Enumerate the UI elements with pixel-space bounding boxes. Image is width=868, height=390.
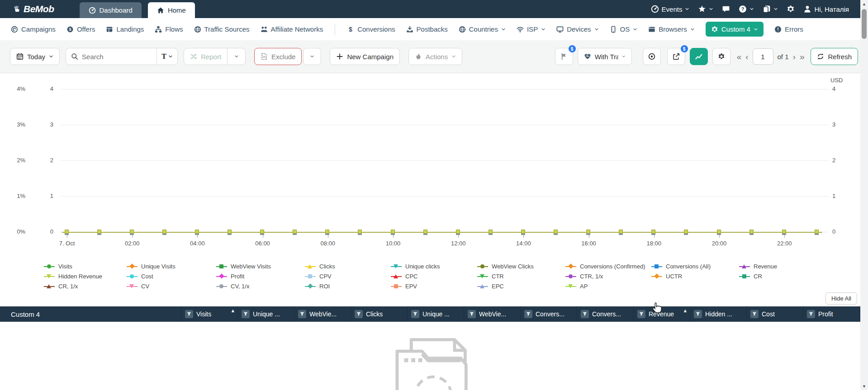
- legend-item[interactable]: CV, 1/x: [216, 281, 305, 291]
- refresh-button[interactable]: Refresh: [811, 48, 858, 65]
- table-column-hidden[interactable]: Hidden ...: [690, 306, 746, 322]
- tab-home[interactable]: Home: [148, 2, 195, 18]
- legend-item[interactable]: CR: [739, 271, 811, 281]
- bemob-logo[interactable]: BeMob: [0, 0, 62, 18]
- vertical-scrollbar[interactable]: ▲ ▼: [860, 0, 868, 390]
- legend-item[interactable]: WebView Visits: [216, 261, 305, 271]
- nav-item-devices[interactable]: Devices: [556, 25, 598, 33]
- filter-funnel-icon[interactable]: [524, 310, 532, 318]
- search-filter-dropdown[interactable]: T: [157, 48, 177, 65]
- nav-item-campaigns[interactable]: Campaigns: [11, 25, 56, 33]
- page-number-input[interactable]: [753, 48, 773, 65]
- chart-toggle-button[interactable]: [690, 48, 708, 65]
- table-column-revenue[interactable]: Revenue▲: [633, 306, 690, 322]
- actions-button[interactable]: Actions: [408, 48, 462, 65]
- favorites-menu[interactable]: [698, 5, 713, 13]
- visibility-button[interactable]: [643, 48, 661, 65]
- nav-item-landings[interactable]: Landings: [106, 25, 144, 33]
- date-range-button[interactable]: Today: [10, 48, 60, 65]
- filter-funnel-icon[interactable]: [298, 310, 306, 318]
- table-column-cost[interactable]: Cost: [746, 306, 803, 322]
- scroll-up-icon[interactable]: ▲: [860, 0, 868, 8]
- legend-item[interactable]: Clicks: [305, 261, 391, 271]
- workspaces-menu[interactable]: [763, 5, 778, 13]
- legend-item[interactable]: UCTR: [651, 271, 739, 281]
- nav-item-custom-4[interactable]: Custom 4: [706, 22, 764, 37]
- table-column-clicks[interactable]: Clicks: [351, 306, 407, 322]
- table-column-convers[interactable]: Convers...: [577, 306, 633, 322]
- filter-funnel-icon[interactable]: [468, 310, 476, 318]
- traffic-chart[interactable]: 4%443%332%221%110%00USD7. Oct02:0004:000…: [0, 73, 868, 258]
- help-menu[interactable]: [739, 5, 754, 13]
- legend-item[interactable]: CTR, 1/x: [565, 271, 651, 281]
- legend-item[interactable]: CPC: [391, 271, 477, 281]
- legend-item[interactable]: Conversions (All): [651, 261, 739, 271]
- exclude-button[interactable]: Exclude: [254, 48, 302, 65]
- filter-funnel-icon[interactable]: [807, 310, 815, 318]
- nav-item-isp[interactable]: ISP: [517, 25, 545, 33]
- filter-funnel-icon[interactable]: [411, 310, 419, 318]
- legend-item[interactable]: EPV: [391, 281, 477, 291]
- legend-item[interactable]: Hidden Revenue: [44, 271, 127, 281]
- events-menu[interactable]: Events: [651, 5, 690, 13]
- nav-item-errors[interactable]: Errors: [774, 25, 803, 33]
- table-column-webvie[interactable]: WebVie...: [464, 306, 520, 322]
- nav-item-countries[interactable]: Countries: [459, 25, 506, 33]
- legend-item[interactable]: Unique Visits: [127, 261, 216, 271]
- first-page-button[interactable]: «: [737, 52, 742, 61]
- nav-item-postbacks[interactable]: Postbacks: [406, 25, 448, 33]
- legend-item[interactable]: EPC: [477, 281, 565, 291]
- column-settings-button[interactable]: [712, 48, 730, 65]
- filter-funnel-icon[interactable]: [750, 310, 759, 318]
- share-button[interactable]: $: [667, 48, 685, 65]
- table-column-profit[interactable]: Profit: [803, 306, 859, 322]
- scroll-down-icon[interactable]: ▼: [860, 382, 868, 390]
- nav-item-flows[interactable]: Flows: [155, 25, 183, 33]
- legend-item[interactable]: CTR: [477, 271, 565, 281]
- table-title-column[interactable]: Custom 4: [0, 306, 181, 322]
- traffic-filter-dropdown[interactable]: With Tra...: [578, 48, 632, 65]
- table-column-unique[interactable]: Unique ...: [237, 306, 294, 322]
- search-input[interactable]: [82, 53, 157, 61]
- new-campaign-button[interactable]: New Campaign: [330, 48, 400, 65]
- nav-item-os[interactable]: OS: [610, 25, 638, 33]
- filter-funnel-icon[interactable]: [242, 310, 250, 318]
- legend-item[interactable]: Cost: [127, 271, 216, 281]
- table-column-visits[interactable]: Visits▲: [181, 306, 237, 322]
- flag-button[interactable]: $: [555, 48, 573, 65]
- filter-funnel-icon[interactable]: [581, 310, 589, 318]
- last-page-button[interactable]: »: [800, 52, 805, 61]
- legend-item[interactable]: Unique clicks: [391, 261, 477, 271]
- filter-funnel-icon[interactable]: [637, 310, 645, 318]
- legend-item[interactable]: AP: [565, 281, 651, 291]
- legend-item[interactable]: Conversions (Confirmed): [565, 261, 651, 271]
- nav-item-offers[interactable]: Offers: [66, 25, 95, 33]
- table-column-unique[interactable]: Unique ...: [407, 306, 464, 322]
- next-page-button[interactable]: ›: [793, 52, 796, 61]
- nav-item-conversions[interactable]: Conversions: [347, 25, 395, 33]
- filter-funnel-icon[interactable]: [694, 310, 702, 318]
- legend-item[interactable]: CR, 1/x: [44, 281, 127, 291]
- legend-item[interactable]: Visits: [44, 261, 127, 271]
- legend-item[interactable]: Revenue: [739, 261, 811, 271]
- legend-item[interactable]: WebView Clicks: [477, 261, 565, 271]
- exclude-dropdown-button[interactable]: [303, 48, 321, 65]
- chat-button[interactable]: [722, 5, 730, 13]
- prev-page-button[interactable]: ‹: [745, 52, 748, 61]
- tab-dashboard[interactable]: Dashboard: [80, 2, 142, 18]
- nav-item-browsers[interactable]: Browsers: [648, 25, 695, 33]
- legend-item[interactable]: CV: [127, 281, 216, 291]
- table-column-convers[interactable]: Convers...: [520, 306, 577, 322]
- nav-item-affiliate-networks[interactable]: Affiliate Networks: [261, 25, 323, 33]
- filter-funnel-icon[interactable]: [355, 310, 363, 318]
- legend-item[interactable]: ROI: [305, 281, 391, 291]
- report-dropdown-button[interactable]: [228, 48, 246, 65]
- legend-item[interactable]: CPV: [305, 271, 391, 281]
- scrollbar-thumb[interactable]: [862, 9, 867, 39]
- filter-funnel-icon[interactable]: [185, 310, 193, 318]
- table-column-webvie[interactable]: WebVie...: [294, 306, 351, 322]
- user-menu[interactable]: Hi, Наталія: [803, 5, 849, 13]
- nav-item-traffic-sources[interactable]: Traffic Sources: [194, 25, 250, 33]
- report-button[interactable]: Report: [184, 48, 228, 65]
- legend-item[interactable]: Profit: [216, 271, 305, 281]
